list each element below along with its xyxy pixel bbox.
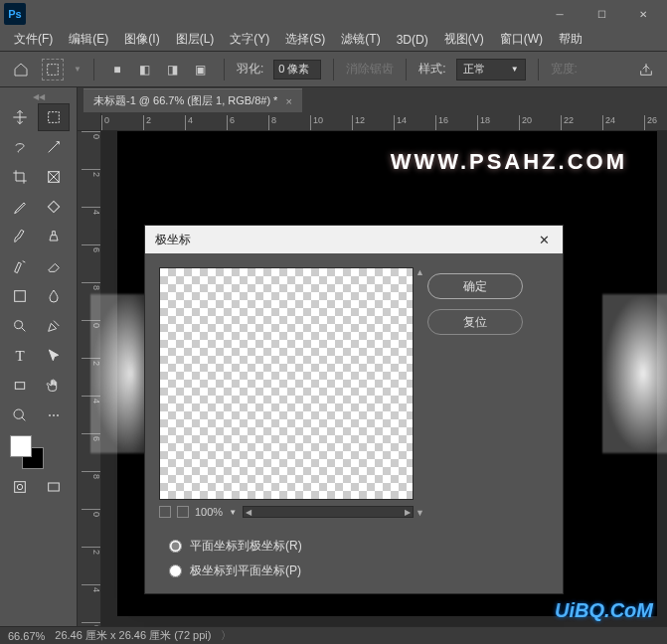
svg-rect-1 <box>49 112 60 123</box>
healing-brush-tool[interactable] <box>38 193 70 221</box>
close-tab-icon[interactable]: × <box>285 95 291 107</box>
quick-mask-tool[interactable] <box>4 473 36 501</box>
blur-tool[interactable] <box>38 282 70 310</box>
ruler-origin[interactable] <box>78 113 101 131</box>
svg-point-9 <box>17 484 22 489</box>
path-selection-tool[interactable] <box>38 342 70 370</box>
radio-rect-to-polar[interactable]: 平面坐标到极坐标(R) <box>169 538 549 555</box>
close-button[interactable]: ✕ <box>623 3 663 25</box>
menu-layer[interactable]: 图层(L) <box>170 29 221 50</box>
selection-new-icon[interactable]: ■ <box>106 59 128 80</box>
preview-scroll-h[interactable]: ◀▶ <box>243 506 414 518</box>
canvas-artwork-right <box>603 294 667 453</box>
document-tabs: 未标题-1 @ 66.7% (图层 1, RGB/8#) * × <box>78 87 667 113</box>
canvas-watermark-text: WWW.PSAHZ.COM <box>391 149 627 175</box>
menu-select[interactable]: 选择(S) <box>279 29 331 50</box>
radio-polar-to-rect[interactable]: 极坐标到平面坐标(P) <box>169 563 549 579</box>
eyedropper-tool[interactable] <box>4 193 36 221</box>
feather-label: 羽化: <box>237 61 263 78</box>
style-label: 样式: <box>418 61 445 78</box>
ok-button[interactable]: 确定 <box>427 273 523 299</box>
selection-mode-group: ■ ◧ ◨ ▣ <box>106 59 212 80</box>
radio-polar-to-rect-label: 极坐标到平面坐标(P) <box>190 563 301 579</box>
hand-tool[interactable] <box>38 372 70 400</box>
svg-rect-0 <box>48 64 59 75</box>
pen-tool[interactable] <box>38 312 70 340</box>
marquee-tool[interactable] <box>38 103 70 131</box>
panel-grip-icon[interactable]: ◀◀ <box>0 91 77 101</box>
screen-mode-tool[interactable] <box>38 473 70 501</box>
document-tab[interactable]: 未标题-1 @ 66.7% (图层 1, RGB/8#) * × <box>83 88 302 112</box>
marquee-tool-icon[interactable] <box>42 59 64 80</box>
menu-view[interactable]: 视图(V) <box>438 29 490 50</box>
dialog-preview[interactable] <box>159 267 414 500</box>
tools-panel: ◀◀ T ⋯ <box>0 87 78 626</box>
menu-image[interactable]: 图像(I) <box>118 29 165 50</box>
menu-edit[interactable]: 编辑(E) <box>63 29 114 50</box>
title-bar: Ps ─ ☐ ✕ <box>0 0 667 28</box>
svg-rect-6 <box>15 383 24 390</box>
edit-toolbar[interactable]: ⋯ <box>38 402 70 429</box>
clone-stamp-tool[interactable] <box>38 223 70 250</box>
svg-point-7 <box>14 409 23 418</box>
selection-subtract-icon[interactable]: ◨ <box>162 59 184 80</box>
preview-scroll-v[interactable]: ▲▼ <box>416 267 427 518</box>
gradient-tool[interactable] <box>4 282 36 310</box>
color-swatches[interactable] <box>0 431 77 471</box>
radio-rect-to-polar-input[interactable] <box>169 540 182 553</box>
menu-3d[interactable]: 3D(D) <box>391 31 434 49</box>
document-tab-label: 未标题-1 @ 66.7% (图层 1, RGB/8#) * <box>93 93 277 108</box>
type-tool[interactable]: T <box>4 342 36 370</box>
history-brush-tool[interactable] <box>4 252 36 280</box>
menu-window[interactable]: 窗口(W) <box>494 29 549 50</box>
width-label: 宽度: <box>551 61 578 78</box>
home-icon[interactable] <box>10 59 32 80</box>
app-logo: Ps <box>4 3 26 25</box>
lasso-tool[interactable] <box>4 133 36 161</box>
svg-rect-3 <box>48 201 59 212</box>
horizontal-ruler[interactable]: 02468101214161820222426 <box>101 113 667 131</box>
magic-wand-tool[interactable] <box>38 133 70 161</box>
radio-polar-to-rect-input[interactable] <box>169 564 182 577</box>
selection-add-icon[interactable]: ◧ <box>134 59 156 80</box>
menu-file[interactable]: 文件(F) <box>8 29 59 50</box>
feather-input[interactable] <box>273 60 321 80</box>
selection-intersect-icon[interactable]: ▣ <box>190 59 212 80</box>
foreground-swatch[interactable] <box>10 435 32 457</box>
options-bar: ▼ ■ ◧ ◨ ▣ 羽化: 消除锯齿 样式: 正常▼ 宽度: <box>0 52 667 87</box>
svg-rect-8 <box>15 482 26 493</box>
antialias-label: 消除锯齿 <box>346 61 394 78</box>
frame-tool[interactable] <box>38 163 70 191</box>
status-zoom[interactable]: 66.67% <box>8 630 45 642</box>
site-brand-text: UiBQ.CoM <box>555 599 653 622</box>
status-doc-info[interactable]: 26.46 厘米 x 26.46 厘米 (72 ppi) <box>55 628 211 643</box>
menu-help[interactable]: 帮助 <box>553 29 588 50</box>
zoom-tool[interactable] <box>4 402 36 429</box>
polar-coordinates-dialog: 极坐标 ✕ ▲▼ 100% ▼ ◀▶ 确定 复位 平面坐标到极坐标(R) 极坐标… <box>144 225 564 594</box>
rectangle-tool[interactable] <box>4 372 36 400</box>
dialog-titlebar[interactable]: 极坐标 ✕ <box>145 226 563 253</box>
status-bar: 66.67% 26.46 厘米 x 26.46 厘米 (72 ppi) 〉 <box>0 626 667 644</box>
crop-tool[interactable] <box>4 163 36 191</box>
style-select[interactable]: 正常▼ <box>456 59 526 80</box>
radio-rect-to-polar-label: 平面坐标到极坐标(R) <box>190 538 302 555</box>
eraser-tool[interactable] <box>38 252 70 280</box>
preview-zoom: 100% <box>195 506 223 518</box>
menu-type[interactable]: 文字(Y) <box>224 29 275 50</box>
minimize-button[interactable]: ─ <box>540 3 580 25</box>
move-tool[interactable] <box>4 103 36 131</box>
dialog-close-icon[interactable]: ✕ <box>535 231 553 248</box>
svg-rect-4 <box>15 291 26 302</box>
dodge-tool[interactable] <box>4 312 36 340</box>
maximize-button[interactable]: ☐ <box>582 3 621 25</box>
reset-button[interactable]: 复位 <box>427 309 523 335</box>
svg-point-5 <box>15 321 23 329</box>
brush-tool[interactable] <box>4 223 36 250</box>
zoom-in-icon[interactable] <box>177 506 189 518</box>
svg-rect-10 <box>49 483 60 491</box>
menu-bar: 文件(F) 编辑(E) 图像(I) 图层(L) 文字(Y) 选择(S) 滤镜(T… <box>0 28 667 52</box>
share-icon[interactable] <box>635 59 657 80</box>
dialog-title: 极坐标 <box>155 232 191 248</box>
menu-filter[interactable]: 滤镜(T) <box>335 29 386 50</box>
zoom-out-icon[interactable] <box>159 506 171 518</box>
